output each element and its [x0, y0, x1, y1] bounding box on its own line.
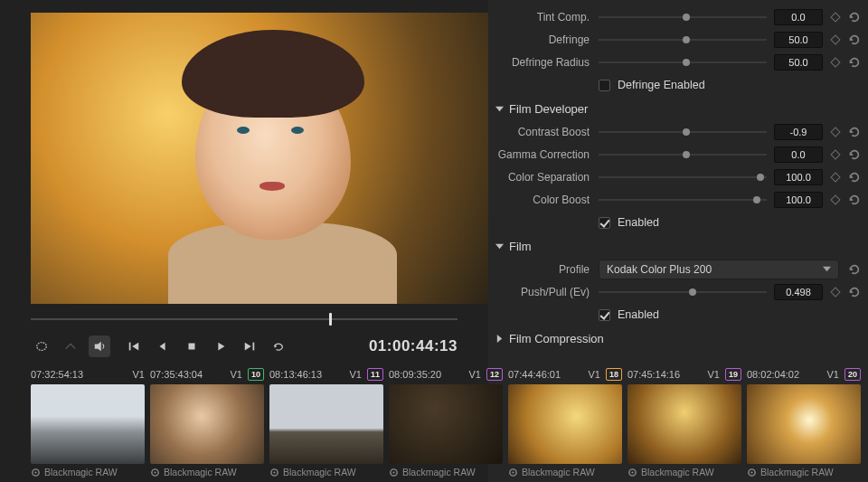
clip-item[interactable]: 07:45:14:16 V1 19 Blackmagic RAW	[627, 367, 741, 482]
clip-thumbnail[interactable]	[627, 384, 741, 464]
clip-header: 07:44:46:01 V1 18	[508, 367, 622, 382]
dropdown-film-profile[interactable]: Kodak Color Plus 200	[599, 260, 839, 279]
clip-item[interactable]: 07:35:43:04 V1 10 Blackmagic RAW	[150, 367, 264, 482]
clip-timecode: 08:13:46:13	[269, 369, 322, 380]
checkbox-film-dev-enabled[interactable]	[599, 217, 610, 229]
param-label: Color Separation	[494, 171, 599, 184]
reset-icon[interactable]	[848, 33, 861, 46]
param-color-separation: Color Separation 100.0	[494, 165, 861, 188]
clip-thumbnail[interactable]	[269, 384, 383, 464]
keyframe-icon[interactable]	[830, 34, 840, 44]
slider-defringe-radius[interactable]	[599, 53, 767, 71]
slider-tint-comp[interactable]	[599, 8, 767, 26]
timecode-display[interactable]: 01:00:44:13	[369, 337, 458, 355]
reset-icon[interactable]	[848, 171, 861, 184]
mute-button[interactable]	[89, 336, 110, 357]
first-frame-button[interactable]	[123, 336, 145, 357]
clip-item[interactable]: 07:44:46:01 V1 18 Blackmagic RAW	[508, 367, 622, 482]
reset-icon[interactable]	[848, 263, 861, 276]
reset-icon[interactable]	[848, 56, 861, 69]
svg-marker-7	[245, 343, 251, 351]
clip-item[interactable]: 08:02:04:02 V1 20 Blackmagic RAW	[747, 367, 861, 482]
value-color-boost[interactable]: 100.0	[774, 192, 823, 208]
slider-gamma-correction[interactable]	[599, 146, 767, 164]
clip-header: 08:13:46:13 V1 11	[269, 367, 383, 382]
svg-marker-6	[218, 343, 224, 351]
param-label: Profile	[494, 263, 599, 276]
param-label: Push/Pull (Ev)	[494, 286, 599, 298]
section-title: Film	[509, 240, 532, 253]
prev-frame-button[interactable]	[152, 336, 174, 357]
clip-thumbnail[interactable]	[31, 384, 145, 464]
reset-icon[interactable]	[848, 194, 861, 206]
section-title: Film Compression	[509, 332, 604, 345]
scrub-bar[interactable]	[31, 313, 458, 326]
keyframe-icon[interactable]	[830, 149, 840, 159]
value-defringe[interactable]: 50.0	[774, 32, 823, 48]
checkbox-film-enabled[interactable]	[599, 309, 610, 321]
clip-thumbnail[interactable]	[150, 384, 264, 464]
viewer[interactable]	[31, 13, 488, 304]
slider-contrast-boost[interactable]	[599, 123, 767, 141]
param-label: Defringe Radius	[494, 56, 599, 69]
transport-controls: 01:00:44:13	[31, 333, 458, 360]
clip-header: 08:09:35:20 V1 12	[389, 367, 503, 382]
value-gamma-correction[interactable]: 0.0	[774, 146, 823, 163]
section-film[interactable]: Film	[494, 234, 861, 258]
value-push-pull[interactable]: 0.498	[774, 284, 823, 300]
overlay-button[interactable]	[60, 336, 81, 357]
section-film-developer[interactable]: Film Developer	[494, 97, 861, 120]
last-frame-button[interactable]	[239, 336, 260, 357]
keyframe-icon[interactable]	[830, 172, 840, 182]
clip-thumbnail[interactable]	[747, 384, 861, 464]
keyframe-icon[interactable]	[830, 57, 840, 67]
clip-item[interactable]: 07:32:54:13 V1 Blackmagic RAW	[31, 367, 145, 482]
clip-footer: Blackmagic RAW	[627, 464, 741, 480]
clip-item[interactable]: 08:09:35:20 V1 12 Blackmagic RAW	[389, 367, 503, 482]
stop-button[interactable]	[181, 336, 203, 357]
loop-button[interactable]	[268, 336, 289, 357]
play-button[interactable]	[210, 336, 231, 357]
reset-icon[interactable]	[848, 148, 861, 161]
svg-rect-5	[189, 344, 195, 350]
clip-strip: 07:32:54:13 V1 Blackmagic RAW 07:35:43:0…	[31, 367, 868, 482]
reset-icon[interactable]	[848, 286, 861, 298]
clip-header: 08:02:04:02 V1 20	[747, 367, 861, 382]
param-label: Gamma Correction	[494, 148, 599, 161]
value-color-separation[interactable]: 100.0	[774, 169, 823, 185]
value-contrast-boost[interactable]: -0.9	[774, 124, 823, 140]
gear-icon	[150, 468, 160, 477]
playhead[interactable]	[329, 313, 332, 326]
clip-track: V1	[350, 369, 362, 380]
checkbox-defringe-enabled[interactable]	[599, 80, 610, 91]
slider-color-boost[interactable]	[599, 191, 767, 209]
clip-thumbnail[interactable]	[389, 384, 503, 464]
value-defringe-radius[interactable]: 50.0	[774, 54, 823, 71]
keyframe-icon[interactable]	[830, 194, 840, 204]
matte-mode-button[interactable]	[31, 336, 52, 357]
param-label: Contrast Boost	[494, 126, 599, 138]
keyframe-icon[interactable]	[830, 287, 840, 297]
reset-icon[interactable]	[848, 126, 861, 138]
clip-codec: Blackmagic RAW	[760, 467, 834, 477]
reset-icon[interactable]	[848, 11, 861, 24]
svg-marker-11	[495, 243, 504, 248]
keyframe-icon[interactable]	[830, 127, 840, 137]
clip-footer: Blackmagic RAW	[747, 464, 861, 480]
clip-header: 07:32:54:13 V1	[31, 367, 145, 382]
slider-defringe[interactable]	[599, 31, 767, 49]
slider-push-pull[interactable]	[599, 283, 767, 301]
slider-color-separation[interactable]	[599, 168, 767, 186]
clip-thumbnail[interactable]	[508, 384, 622, 464]
svg-marker-13	[497, 335, 502, 343]
clip-item[interactable]: 08:13:46:13 V1 11 Blackmagic RAW	[269, 367, 383, 482]
keyframe-icon[interactable]	[830, 12, 840, 22]
value-tint-comp[interactable]: 0.0	[774, 9, 823, 25]
clip-number-badge: 12	[486, 368, 503, 381]
clip-track: V1	[589, 369, 600, 380]
param-gamma-correction: Gamma Correction 0.0	[494, 143, 861, 165]
svg-point-23	[512, 471, 514, 473]
section-film-compression[interactable]: Film Compression	[494, 326, 861, 350]
clip-track: V1	[708, 369, 720, 380]
param-contrast-boost: Contrast Boost -0.9	[494, 120, 861, 143]
